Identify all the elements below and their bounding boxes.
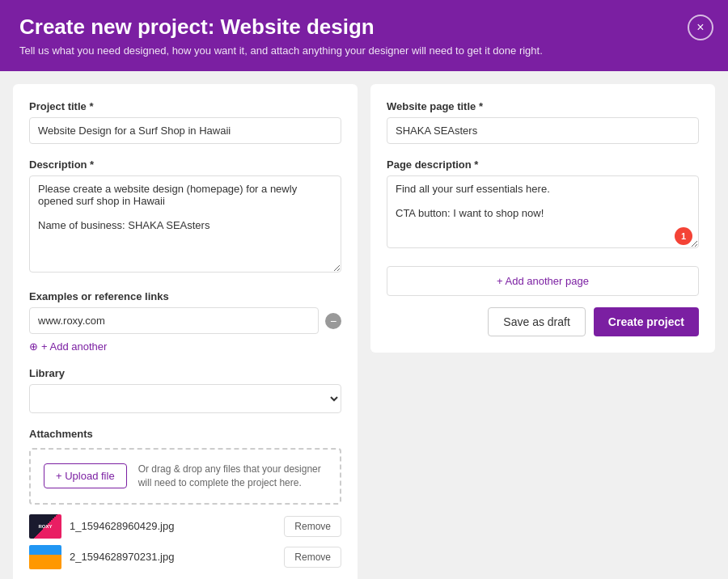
- create-project-button[interactable]: Create project: [594, 307, 699, 336]
- library-label: Library: [29, 367, 341, 379]
- page-title-input[interactable]: [387, 117, 699, 144]
- add-page-button[interactable]: + Add another page: [387, 266, 699, 296]
- file-thumbnail: ROXY: [29, 514, 61, 539]
- save-draft-button[interactable]: Save as draft: [488, 307, 586, 336]
- project-title-input[interactable]: [29, 117, 341, 144]
- library-group: Library: [29, 367, 341, 413]
- char-count-badge: 1: [675, 227, 692, 245]
- remove-file-1-button[interactable]: Remove: [284, 516, 341, 537]
- page-title-group: Website page title *: [387, 100, 699, 144]
- page-title: Create new project: Website design: [19, 15, 709, 40]
- remove-file-2-button[interactable]: Remove: [284, 547, 341, 568]
- file-item: ROXY 1_1594628960429.jpg Remove: [29, 514, 341, 539]
- upload-hint: Or drag & drop any files that your desig…: [138, 463, 327, 490]
- roxy-thumb: ROXY: [29, 514, 61, 539]
- project-title-group: Project title *: [29, 100, 341, 144]
- close-button[interactable]: ×: [688, 15, 713, 40]
- left-panel: Project title * Description * Please cre…: [13, 84, 358, 579]
- examples-input[interactable]: [29, 307, 319, 334]
- attachments-label: Attachments: [29, 428, 341, 440]
- minus-icon: −: [330, 315, 336, 328]
- page-title-label: Website page title *: [387, 100, 699, 112]
- file-name: 1_1594628960429.jpg: [70, 520, 276, 532]
- page-subtitle: Tell us what you need designed, how you …: [19, 44, 709, 57]
- page-desc-group: Page description * Find all your surf es…: [387, 158, 699, 251]
- examples-row: −: [29, 307, 341, 334]
- attachments-group: Attachments + Upload file Or drag & drop…: [29, 428, 341, 569]
- file-item: 2_1594628970231.jpg Remove: [29, 545, 341, 569]
- action-row: Save as draft Create project: [387, 307, 699, 336]
- library-select[interactable]: [29, 384, 341, 413]
- page-desc-wrapper: Find all your surf essentials here. CTA …: [387, 175, 699, 251]
- add-icon: ⊕: [29, 340, 38, 353]
- description-label: Description *: [29, 158, 341, 171]
- remove-example-button[interactable]: −: [325, 313, 341, 329]
- right-panel: Website page title * Page description * …: [370, 84, 715, 353]
- add-another-button[interactable]: ⊕ + Add another: [29, 340, 107, 353]
- upload-button[interactable]: + Upload file: [44, 463, 127, 488]
- description-group: Description * Please create a website de…: [29, 158, 341, 276]
- page-header: Create new project: Website design Tell …: [0, 0, 728, 71]
- upload-zone: + Upload file Or drag & drop any files t…: [29, 448, 341, 505]
- description-textarea[interactable]: Please create a website design (homepage…: [29, 175, 341, 273]
- project-title-label: Project title *: [29, 100, 341, 112]
- page-desc-textarea[interactable]: Find all your surf essentials here. CTA …: [387, 175, 699, 248]
- examples-group: Examples or reference links − ⊕ + Add an…: [29, 290, 341, 353]
- file-name: 2_1594628970231.jpg: [70, 551, 276, 563]
- examples-label: Examples or reference links: [29, 290, 341, 302]
- content-area: Project title * Description * Please cre…: [0, 71, 728, 579]
- page-desc-label: Page description *: [387, 158, 699, 171]
- file-thumbnail: [29, 545, 61, 569]
- surf-thumb: [29, 545, 61, 569]
